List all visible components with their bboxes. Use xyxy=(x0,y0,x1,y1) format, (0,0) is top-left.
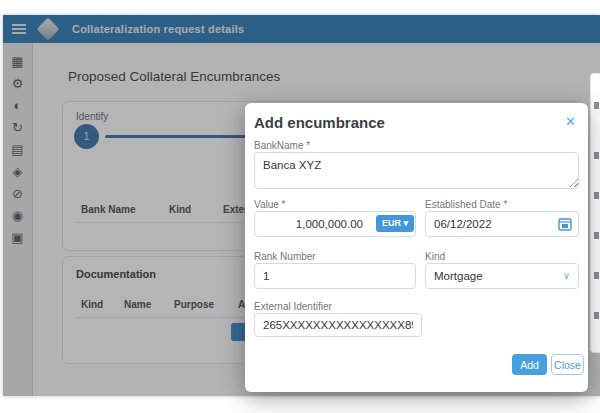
truncated-text-fragment xyxy=(594,232,599,239)
rank-number-field[interactable] xyxy=(254,263,416,289)
calendar-icon[interactable] xyxy=(557,216,573,232)
add-encumbrance-dialog: Add encumbrance ✕ BankName * Banca XYZ V… xyxy=(245,103,588,392)
bank-name-label: BankName * xyxy=(254,140,310,151)
chevron-down-icon: ∨ xyxy=(563,264,570,288)
add-button[interactable]: Add xyxy=(512,354,547,375)
currency-dropdown-button[interactable]: EUR ▾ xyxy=(376,215,414,232)
established-date-field[interactable] xyxy=(425,211,579,237)
truncated-text-fragment xyxy=(594,192,599,199)
truncated-text-fragment xyxy=(594,312,599,319)
truncated-text-fragment xyxy=(594,102,599,109)
value-label: Value * xyxy=(254,199,286,210)
established-date-label: Established Date * xyxy=(425,199,507,210)
close-button[interactable]: Close xyxy=(551,354,584,375)
external-identifier-label: External Identifier xyxy=(254,301,332,312)
kind-selected-value: Mortgage xyxy=(434,270,483,282)
dialog-title: Add encumbrance xyxy=(254,114,385,131)
kind-select[interactable]: Mortgage ∨ xyxy=(425,263,579,289)
external-identifier-field[interactable] xyxy=(254,313,422,337)
rank-number-label: Rank Number xyxy=(254,251,316,262)
truncated-text-fragment xyxy=(594,152,599,159)
truncated-text-fragment xyxy=(594,272,599,279)
resize-handle[interactable] xyxy=(570,179,578,187)
kind-label: Kind xyxy=(425,251,445,262)
close-icon[interactable]: ✕ xyxy=(565,114,576,130)
right-panel-sliver xyxy=(590,73,600,353)
bank-name-field[interactable]: Banca XYZ xyxy=(254,152,579,189)
